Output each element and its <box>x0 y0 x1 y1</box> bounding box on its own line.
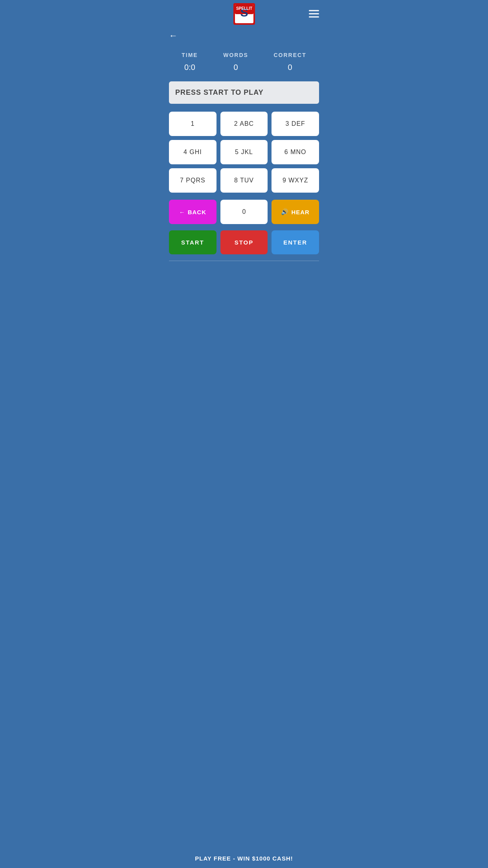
time-label: TIME <box>182 52 198 58</box>
stat-words: WORDS 0 <box>223 52 248 72</box>
correct-value: 0 <box>288 63 292 72</box>
key-1[interactable]: 1 <box>169 112 216 136</box>
stop-label: STOP <box>235 239 254 246</box>
words-value: 0 <box>234 63 238 72</box>
back-nav-button[interactable]: ← <box>169 31 178 40</box>
footer-text: PLAY FREE - WIN $1000 CASH! <box>195 855 293 862</box>
display-text: PRESS START TO PLAY <box>175 88 264 96</box>
back-arrow-icon: ← <box>179 209 185 215</box>
keypad: 1 2 ABC 3 DEF 4 GHI 5 JKL 6 MNO 7 PQRS 8… <box>163 108 325 196</box>
key-4-ghi[interactable]: 4 GHI <box>169 140 216 164</box>
key-6-mno[interactable]: 6 MNO <box>272 140 319 164</box>
control-row: START STOP ENTER <box>163 227 325 261</box>
nav-row: ← <box>163 28 325 42</box>
start-button[interactable]: START <box>169 230 216 254</box>
header: S SPELLIT <box>163 0 325 28</box>
start-label: START <box>181 239 204 246</box>
back-button[interactable]: ← BACK <box>169 200 216 224</box>
footer-banner: PLAY FREE - WIN $1000 CASH! <box>163 849 325 868</box>
stats-row: TIME 0:0 WORDS 0 CORRECT 0 <box>163 42 325 75</box>
key-5-jkl[interactable]: 5 JKL <box>220 140 268 164</box>
svg-text:SPELLIT: SPELLIT <box>236 6 252 11</box>
key-3-def[interactable]: 3 DEF <box>272 112 319 136</box>
speaker-icon: 🔊 <box>281 208 289 215</box>
key-9-wxyz[interactable]: 9 WXYZ <box>272 168 319 193</box>
menu-button[interactable] <box>309 10 319 18</box>
words-label: WORDS <box>223 52 248 58</box>
hear-button-label: HEAR <box>291 209 310 215</box>
correct-label: CORRECT <box>273 52 306 58</box>
divider <box>169 261 319 261</box>
key-2-abc[interactable]: 2 ABC <box>220 112 268 136</box>
enter-button[interactable]: ENTER <box>272 230 319 254</box>
back-button-label: BACK <box>188 209 206 215</box>
key-0[interactable]: 0 <box>220 200 268 224</box>
key-8-tuv[interactable]: 8 TUV <box>220 168 268 193</box>
time-value: 0:0 <box>184 63 195 72</box>
app-logo: S SPELLIT <box>233 3 255 25</box>
enter-label: ENTER <box>283 239 307 246</box>
stat-time: TIME 0:0 <box>182 52 198 72</box>
display-field: PRESS START TO PLAY <box>169 81 319 104</box>
stat-correct: CORRECT 0 <box>273 52 306 72</box>
key-7-pqrs[interactable]: 7 PQRS <box>169 168 216 193</box>
hear-button[interactable]: 🔊 HEAR <box>272 200 319 224</box>
stop-button[interactable]: STOP <box>220 230 268 254</box>
zero-label: 0 <box>242 208 246 215</box>
action-row: ← BACK 0 🔊 HEAR <box>163 196 325 227</box>
